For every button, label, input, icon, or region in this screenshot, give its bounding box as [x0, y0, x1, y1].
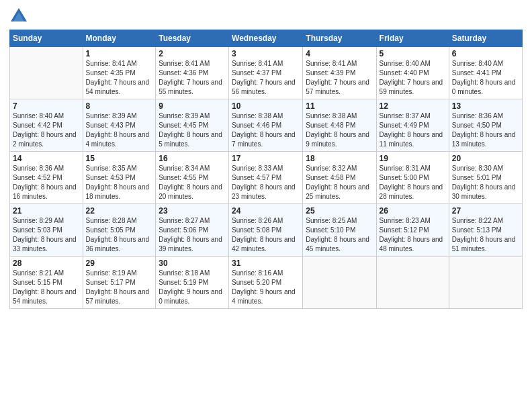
calendar-cell: 1Sunrise: 8:41 AMSunset: 4:35 PMDaylight… [83, 47, 156, 99]
day-number: 11 [306, 101, 373, 111]
calendar-day-header: Wednesday [229, 30, 303, 47]
day-number: 7 [13, 101, 80, 111]
calendar-cell: 4Sunrise: 8:41 AMSunset: 4:39 PMDaylight… [303, 47, 376, 99]
day-info: Sunrise: 8:25 AMSunset: 5:10 PMDaylight:… [306, 216, 373, 254]
day-number: 26 [380, 206, 446, 216]
calendar-cell: 29Sunrise: 8:19 AMSunset: 5:17 PMDayligh… [83, 257, 156, 309]
day-info: Sunrise: 8:18 AMSunset: 5:19 PMDaylight:… [159, 269, 226, 306]
calendar-day-header: Friday [376, 30, 449, 47]
day-number: 25 [306, 206, 373, 216]
day-number: 23 [159, 206, 226, 216]
calendar-cell [449, 257, 522, 309]
day-info: Sunrise: 8:41 AMSunset: 4:37 PMDaylight:… [232, 59, 300, 97]
day-number: 19 [380, 154, 446, 163]
day-number: 15 [86, 154, 153, 163]
calendar-header-row: SundayMondayTuesdayWednesdayThursdayFrid… [10, 30, 523, 47]
day-number: 20 [452, 154, 519, 163]
day-info: Sunrise: 8:40 AMSunset: 4:41 PMDaylight:… [452, 59, 519, 97]
calendar-cell: 19Sunrise: 8:31 AMSunset: 5:00 PMDayligh… [376, 152, 449, 204]
calendar-cell: 12Sunrise: 8:37 AMSunset: 4:49 PMDayligh… [376, 99, 449, 152]
calendar-cell: 2Sunrise: 8:41 AMSunset: 4:36 PMDaylight… [156, 47, 229, 99]
calendar-week-row: 21Sunrise: 8:29 AMSunset: 5:03 PMDayligh… [10, 204, 523, 257]
day-number: 13 [452, 101, 519, 111]
day-number: 18 [306, 154, 373, 163]
calendar-cell [376, 257, 449, 309]
day-info: Sunrise: 8:33 AMSunset: 4:57 PMDaylight:… [232, 164, 300, 201]
day-number: 3 [232, 49, 300, 58]
calendar-cell: 5Sunrise: 8:40 AMSunset: 4:40 PMDaylight… [376, 47, 449, 99]
calendar-week-row: 1Sunrise: 8:41 AMSunset: 4:35 PMDaylight… [10, 47, 523, 99]
calendar-cell: 18Sunrise: 8:32 AMSunset: 4:58 PMDayligh… [303, 152, 376, 204]
calendar-cell [303, 257, 376, 309]
day-info: Sunrise: 8:35 AMSunset: 4:53 PMDaylight:… [86, 164, 153, 201]
day-number: 12 [380, 101, 446, 111]
calendar-cell: 21Sunrise: 8:29 AMSunset: 5:03 PMDayligh… [10, 204, 83, 257]
calendar-cell: 17Sunrise: 8:33 AMSunset: 4:57 PMDayligh… [229, 152, 303, 204]
day-info: Sunrise: 8:38 AMSunset: 4:48 PMDaylight:… [306, 111, 373, 149]
day-info: Sunrise: 8:28 AMSunset: 5:05 PMDaylight:… [86, 216, 153, 254]
calendar-cell: 9Sunrise: 8:39 AMSunset: 4:45 PMDaylight… [156, 99, 229, 152]
day-info: Sunrise: 8:37 AMSunset: 4:49 PMDaylight:… [380, 111, 446, 149]
day-info: Sunrise: 8:41 AMSunset: 4:39 PMDaylight:… [306, 59, 373, 97]
day-number: 22 [86, 206, 153, 216]
day-info: Sunrise: 8:26 AMSunset: 5:08 PMDaylight:… [232, 216, 300, 254]
day-number: 5 [380, 49, 446, 58]
day-info: Sunrise: 8:34 AMSunset: 4:55 PMDaylight:… [159, 164, 226, 201]
calendar-cell: 31Sunrise: 8:16 AMSunset: 5:20 PMDayligh… [229, 257, 303, 309]
calendar-day-header: Sunday [10, 30, 83, 47]
calendar-day-header: Monday [83, 30, 156, 47]
calendar-cell: 25Sunrise: 8:25 AMSunset: 5:10 PMDayligh… [303, 204, 376, 257]
calendar-cell: 27Sunrise: 8:22 AMSunset: 5:13 PMDayligh… [449, 204, 522, 257]
day-info: Sunrise: 8:32 AMSunset: 4:58 PMDaylight:… [306, 164, 373, 201]
calendar-cell: 23Sunrise: 8:27 AMSunset: 5:06 PMDayligh… [156, 204, 229, 257]
day-info: Sunrise: 8:22 AMSunset: 5:13 PMDaylight:… [452, 216, 519, 254]
day-number: 27 [452, 206, 519, 216]
calendar-cell: 26Sunrise: 8:23 AMSunset: 5:12 PMDayligh… [376, 204, 449, 257]
calendar-cell: 24Sunrise: 8:26 AMSunset: 5:08 PMDayligh… [229, 204, 303, 257]
logo [9, 7, 30, 26]
calendar-cell: 22Sunrise: 8:28 AMSunset: 5:05 PMDayligh… [83, 204, 156, 257]
day-number: 2 [159, 49, 226, 58]
day-number: 1 [86, 49, 153, 58]
calendar-cell: 8Sunrise: 8:39 AMSunset: 4:43 PMDaylight… [83, 99, 156, 152]
day-info: Sunrise: 8:36 AMSunset: 4:52 PMDaylight:… [13, 164, 80, 201]
calendar-day-header: Saturday [449, 30, 522, 47]
day-number: 21 [13, 206, 80, 216]
day-number: 29 [86, 259, 153, 268]
calendar-day-header: Thursday [303, 30, 376, 47]
calendar-cell: 16Sunrise: 8:34 AMSunset: 4:55 PMDayligh… [156, 152, 229, 204]
day-info: Sunrise: 8:39 AMSunset: 4:45 PMDaylight:… [159, 111, 226, 149]
calendar-cell: 10Sunrise: 8:38 AMSunset: 4:46 PMDayligh… [229, 99, 303, 152]
calendar-cell: 15Sunrise: 8:35 AMSunset: 4:53 PMDayligh… [83, 152, 156, 204]
day-info: Sunrise: 8:29 AMSunset: 5:03 PMDaylight:… [13, 216, 80, 254]
day-info: Sunrise: 8:38 AMSunset: 4:46 PMDaylight:… [232, 111, 300, 149]
day-number: 6 [452, 49, 519, 58]
calendar-cell [10, 47, 83, 99]
day-info: Sunrise: 8:19 AMSunset: 5:17 PMDaylight:… [86, 269, 153, 306]
day-number: 28 [13, 259, 80, 268]
calendar-week-row: 7Sunrise: 8:40 AMSunset: 4:42 PMDaylight… [10, 99, 523, 152]
header [9, 7, 523, 26]
day-info: Sunrise: 8:27 AMSunset: 5:06 PMDaylight:… [159, 216, 226, 254]
calendar-cell: 28Sunrise: 8:21 AMSunset: 5:15 PMDayligh… [10, 257, 83, 309]
logo-icon [9, 7, 28, 26]
day-number: 9 [159, 101, 226, 111]
calendar-cell: 20Sunrise: 8:30 AMSunset: 5:01 PMDayligh… [449, 152, 522, 204]
day-info: Sunrise: 8:16 AMSunset: 5:20 PMDaylight:… [232, 269, 300, 306]
calendar-cell: 13Sunrise: 8:36 AMSunset: 4:50 PMDayligh… [449, 99, 522, 152]
day-number: 30 [159, 259, 226, 268]
calendar: SundayMondayTuesdayWednesdayThursdayFrid… [9, 30, 523, 309]
calendar-day-header: Tuesday [156, 30, 229, 47]
day-info: Sunrise: 8:41 AMSunset: 4:35 PMDaylight:… [86, 59, 153, 97]
day-number: 17 [232, 154, 300, 163]
calendar-cell: 30Sunrise: 8:18 AMSunset: 5:19 PMDayligh… [156, 257, 229, 309]
day-number: 8 [86, 101, 153, 111]
day-info: Sunrise: 8:21 AMSunset: 5:15 PMDaylight:… [13, 269, 80, 306]
calendar-cell: 7Sunrise: 8:40 AMSunset: 4:42 PMDaylight… [10, 99, 83, 152]
calendar-cell: 6Sunrise: 8:40 AMSunset: 4:41 PMDaylight… [449, 47, 522, 99]
calendar-cell: 3Sunrise: 8:41 AMSunset: 4:37 PMDaylight… [229, 47, 303, 99]
day-info: Sunrise: 8:40 AMSunset: 4:42 PMDaylight:… [13, 111, 80, 149]
calendar-cell: 11Sunrise: 8:38 AMSunset: 4:48 PMDayligh… [303, 99, 376, 152]
day-number: 31 [232, 259, 300, 268]
day-info: Sunrise: 8:40 AMSunset: 4:40 PMDaylight:… [380, 59, 446, 97]
